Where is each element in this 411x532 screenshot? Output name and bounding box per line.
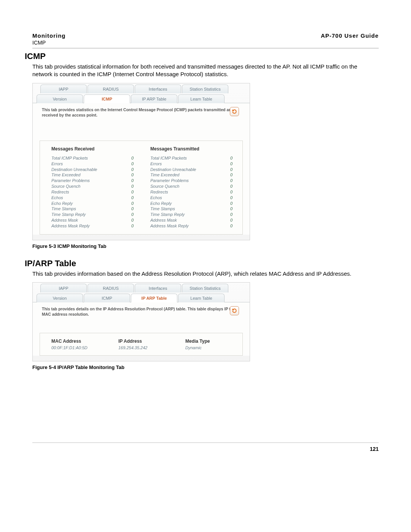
stat-label: Echo Reply — [51, 201, 73, 206]
stat-value: 0 — [131, 178, 134, 184]
tab-ip-arp-table[interactable]: IP ARP Table — [131, 294, 177, 302]
stat-row: Destination Unreachable0 — [150, 167, 249, 173]
col-title-transmitted: Messages Transmitted — [150, 146, 249, 152]
stat-label: Echo Reply — [150, 201, 172, 206]
tab-version[interactable]: Version — [37, 294, 83, 302]
tab-icmp[interactable]: ICMP — [84, 94, 130, 103]
stat-value: 0 — [131, 184, 134, 189]
stat-row: Time Stamps0 — [51, 206, 150, 212]
arp-column-header: IP Address — [118, 339, 185, 344]
footer-divider — [32, 443, 379, 443]
stat-row: Destination Unreachable0 — [51, 167, 150, 173]
stat-label: Errors — [150, 161, 162, 167]
stat-value: 0 — [230, 184, 233, 189]
stat-row: Address Mask Reply0 — [150, 223, 249, 229]
screenshot-icmp: IAPPRADIUSInterfacesStation Statistics V… — [32, 83, 250, 240]
arp-column: MAC Address00:0F:1F:D1:A0:5D — [51, 339, 118, 350]
arp-column: IP Address169.254.35.242 — [118, 339, 185, 350]
stat-row: Echos0 — [150, 195, 249, 201]
stat-label: Time Exceeded — [150, 172, 179, 178]
stat-value: 0 — [230, 201, 233, 206]
stat-value: 0 — [230, 161, 233, 167]
page-number: 121 — [32, 446, 379, 452]
stat-value: 0 — [131, 217, 134, 223]
panel-description: This tab provides details on the IP Addr… — [42, 306, 241, 317]
stat-value: 0 — [230, 189, 233, 195]
stat-row: Total ICMP Packets0 — [150, 155, 249, 161]
stat-row: Address Mask0 — [51, 217, 150, 223]
stat-label: Address Mask Reply — [51, 223, 90, 229]
tab-station-statistics[interactable]: Station Statistics — [182, 284, 228, 292]
refresh-icon — [231, 308, 237, 314]
stat-row: Echos0 — [51, 195, 150, 201]
tab-icmp[interactable]: ICMP — [84, 294, 130, 302]
tab-version[interactable]: Version — [37, 94, 83, 103]
stat-label: Parameter Problems — [51, 178, 90, 184]
tab-radius[interactable]: RADIUS — [88, 85, 134, 93]
stat-label: Time Exceeded — [51, 172, 80, 178]
stat-label: Echos — [51, 195, 63, 201]
stat-value: 0 — [131, 206, 134, 212]
stat-row: Total ICMP Packets0 — [51, 155, 150, 161]
stat-row: Time Stamp Reply0 — [51, 212, 150, 217]
guide-title: AP-700 User Guide — [321, 32, 379, 46]
stat-value: 0 — [131, 195, 134, 201]
stat-label: Time Stamps — [51, 206, 76, 212]
section-body-iparp: This tab provides information based on t… — [32, 270, 379, 278]
stat-value: 0 — [131, 189, 134, 195]
header-divider — [32, 48, 379, 48]
stat-value: 0 — [230, 178, 233, 184]
arp-column-value: 00:0F:1F:D1:A0:5D — [51, 345, 118, 350]
panel-description: This tab provides statistics on the Inte… — [42, 107, 241, 118]
arp-column-value: Dynamic — [185, 345, 252, 350]
stat-row: Errors0 — [51, 161, 150, 167]
stat-label: Errors — [51, 161, 63, 167]
tab-learn-table[interactable]: Learn Table — [178, 94, 225, 103]
section-body-icmp: This tab provides statistical informatio… — [32, 63, 379, 78]
stat-label: Redirects — [150, 189, 168, 195]
refresh-button[interactable] — [230, 306, 239, 315]
tab-interfaces[interactable]: Interfaces — [135, 85, 181, 93]
stat-row: Time Exceeded0 — [51, 172, 150, 178]
stat-label: Total ICMP Packets — [51, 155, 88, 161]
stat-row: Parameter Problems0 — [150, 178, 249, 184]
stat-row: Redirects0 — [51, 189, 150, 195]
header-section: Monitoring — [32, 32, 65, 39]
stat-row: Errors0 — [150, 161, 249, 167]
tab-ip-arp-table[interactable]: IP ARP Table — [131, 94, 177, 103]
stat-value: 0 — [131, 172, 134, 178]
stat-value: 0 — [131, 223, 134, 229]
stat-value: 0 — [230, 195, 233, 201]
stat-label: Time Stamps — [150, 206, 175, 212]
tab-interfaces[interactable]: Interfaces — [135, 284, 181, 292]
tab-learn-table[interactable]: Learn Table — [178, 294, 225, 302]
section-heading-iparp: IP/ARP Table — [25, 259, 379, 268]
stat-label: Total ICMP Packets — [150, 155, 187, 161]
stat-label: Redirects — [51, 189, 69, 195]
arp-column: Media TypeDynamic — [185, 339, 252, 350]
stat-row: Time Exceeded0 — [150, 172, 249, 178]
tab-iapp[interactable]: IAPP — [40, 85, 87, 93]
stat-value: 0 — [230, 212, 233, 217]
stat-row: Echo Reply0 — [150, 201, 249, 206]
header-subsection: ICMP — [32, 40, 65, 46]
stat-value: 0 — [131, 167, 134, 173]
tab-iapp[interactable]: IAPP — [40, 284, 87, 292]
stat-row: Time Stamps0 — [150, 206, 249, 212]
refresh-button[interactable] — [230, 107, 239, 116]
stat-value: 0 — [230, 223, 233, 229]
stat-label: Address Mask — [150, 217, 177, 223]
stat-value: 0 — [230, 155, 233, 161]
stat-label: Source Quench — [51, 184, 80, 189]
tab-station-statistics[interactable]: Station Statistics — [182, 85, 228, 93]
stat-value: 0 — [230, 172, 233, 178]
stat-label: Address Mask Reply — [150, 223, 189, 229]
tab-radius[interactable]: RADIUS — [88, 284, 134, 292]
stat-row: Echo Reply0 — [51, 201, 150, 206]
screenshot-iparp: IAPPRADIUSInterfacesStation Statistics V… — [32, 282, 250, 361]
stat-row: Source Quench0 — [51, 184, 150, 189]
stat-label: Destination Unreachable — [51, 167, 97, 173]
stat-label: Source Quench — [150, 184, 179, 189]
stat-value: 0 — [230, 167, 233, 173]
stat-value: 0 — [131, 201, 134, 206]
